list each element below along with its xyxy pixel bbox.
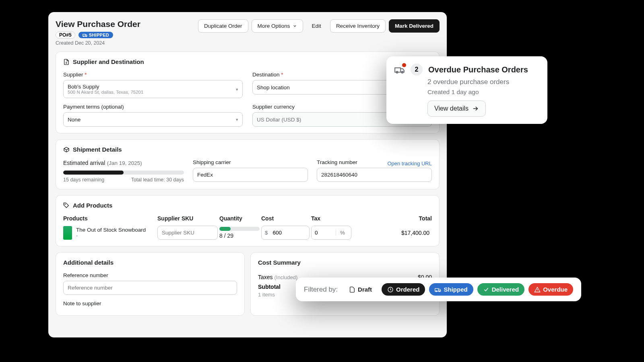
clock-icon xyxy=(387,286,394,293)
subtotal-label: Subtotal xyxy=(258,284,281,290)
tax-input[interactable] xyxy=(312,226,336,239)
eta-label: Estimated arrival xyxy=(63,160,105,166)
col-cost: Cost xyxy=(261,215,310,222)
col-sku: Supplier SKU xyxy=(157,215,218,222)
product-variant: - xyxy=(76,233,146,239)
truck-icon xyxy=(394,64,405,75)
overdue-count: 2 xyxy=(411,64,423,76)
page-title: View Purchase Order xyxy=(56,19,140,29)
truck-icon xyxy=(83,33,87,37)
percent-suffix: % xyxy=(336,230,349,236)
taxes-label: Taxes xyxy=(258,274,273,280)
filter-draft[interactable]: Draft xyxy=(343,283,378,296)
alert-icon xyxy=(534,286,541,293)
po-number-badge: PO#5 xyxy=(56,31,75,39)
truck-icon xyxy=(435,286,441,293)
more-options-button[interactable]: More Options xyxy=(252,19,303,33)
supplier-label: Supplier * xyxy=(63,72,243,78)
col-products: Products xyxy=(63,215,156,222)
supplier-card: Supplier and Destination Supplier * Bob'… xyxy=(56,51,440,134)
carrier-label: Shipping carrier xyxy=(193,159,308,165)
days-remaining: 15 days remaining xyxy=(63,177,104,183)
additional-details-card: Additional details Reference number Note… xyxy=(56,252,245,316)
supplier-select[interactable]: Bob's Supply 500 N Akard St, dallas, Tex… xyxy=(63,80,243,98)
package-icon xyxy=(63,146,70,153)
receive-inventory-button[interactable]: Receive Inventory xyxy=(330,19,386,33)
notification-subtitle: 2 overdue purchase orders xyxy=(427,78,539,86)
filter-ordered[interactable]: Ordered xyxy=(382,283,425,296)
eta-date: (Jan 19, 2025) xyxy=(107,160,142,166)
filter-label: Filtered by: xyxy=(304,286,338,294)
carrier-input[interactable] xyxy=(193,168,308,182)
payment-terms-label: Payment terms (optional) xyxy=(63,104,243,110)
created-date: Created Dec 20, 2024 xyxy=(56,40,140,46)
alert-dot xyxy=(402,63,406,67)
reference-input[interactable] xyxy=(63,281,237,295)
cost-input-wrap[interactable]: $ xyxy=(261,226,310,240)
reference-label: Reference number xyxy=(63,272,237,278)
status-badge-shipped: SHIPPED xyxy=(78,32,113,38)
tax-input-wrap[interactable]: % xyxy=(311,226,351,240)
open-tracking-link[interactable]: Open tracking URL xyxy=(387,160,432,167)
filter-overdue[interactable]: Overdue xyxy=(528,283,573,296)
view-details-button[interactable]: View details xyxy=(427,101,486,117)
product-row: The Out of Stock Snowboard - 8 / 29 $ % xyxy=(63,226,432,240)
col-qty: Quantity xyxy=(219,215,260,222)
products-card: Add Products Products Supplier SKU Quant… xyxy=(56,195,440,247)
note-label: Note to supplier xyxy=(63,300,237,306)
tracking-label: Tracking number xyxy=(317,159,357,165)
chevron-down-icon xyxy=(293,24,297,28)
duplicate-button[interactable]: Duplicate Order xyxy=(198,19,248,33)
payment-terms-select[interactable]: None ▾ xyxy=(63,112,243,127)
product-thumbnail xyxy=(63,226,72,240)
qty-progress xyxy=(219,227,260,231)
notification-title: Overdue Purchase Orders xyxy=(428,65,528,74)
check-icon xyxy=(483,286,489,293)
shipment-card: Shipment Details Estimated arrival (Jan … xyxy=(56,139,440,189)
chevron-down-icon: ▾ xyxy=(236,117,238,122)
taxes-note: (Included) xyxy=(274,274,297,280)
chevron-down-icon: ▾ xyxy=(236,86,238,92)
filter-shipped[interactable]: Shipped xyxy=(429,283,473,296)
lead-time-progress xyxy=(63,171,184,175)
mark-delivered-button[interactable]: Mark Delivered xyxy=(389,19,440,33)
tag-icon xyxy=(63,202,70,209)
arrow-right-icon xyxy=(472,105,479,112)
sku-input[interactable] xyxy=(157,226,218,240)
overdue-notification: 2 Overdue Purchase Orders 2 overdue purc… xyxy=(386,56,547,124)
lead-time: Total lead time: 30 days xyxy=(131,177,184,183)
cost-input[interactable] xyxy=(271,226,295,239)
draft-icon xyxy=(349,286,355,293)
notification-time: Created 1 day ago xyxy=(427,88,539,96)
col-total: Total xyxy=(353,215,432,222)
currency-prefix: $ xyxy=(262,230,271,236)
document-icon xyxy=(63,59,70,65)
col-tax: Tax xyxy=(311,215,351,222)
line-total: $17,400.00 xyxy=(353,230,432,236)
filter-delivered[interactable]: Delivered xyxy=(477,283,525,296)
tracking-input[interactable] xyxy=(317,168,432,182)
filter-bar: Filtered by: Draft Ordered Shipped Deliv… xyxy=(296,278,581,301)
product-name: The Out of Stock Snowboard xyxy=(76,227,146,233)
svg-point-2 xyxy=(65,204,65,204)
qty-text: 8 / 29 xyxy=(219,232,260,239)
edit-button[interactable]: Edit xyxy=(306,19,327,33)
